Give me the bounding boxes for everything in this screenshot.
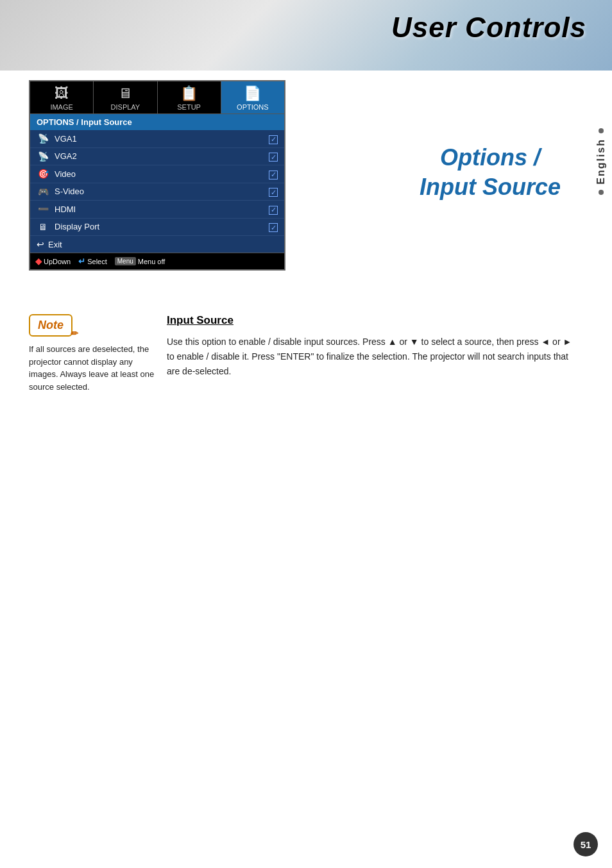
options-tab-icon: 📄 — [244, 85, 261, 102]
svideo-icon: 🎮 — [37, 187, 49, 197]
menu-row-video[interactable]: 🎯 Video ✓ — [30, 165, 284, 183]
input-source-desc: Input Source Use this option to enable /… — [167, 314, 577, 379]
tab-image[interactable]: 🖼 IMAGE — [30, 81, 94, 113]
sidebar-dot-1 — [599, 128, 604, 133]
menu-row-svideo[interactable]: 🎮 S-Video ✓ — [30, 183, 284, 201]
input-source-body: Use this option to enable / disable inpu… — [167, 335, 577, 379]
page-number: 51 — [574, 832, 598, 856]
options-heading: Options / Input Source — [420, 144, 561, 201]
svideo-label: S-Video — [55, 187, 269, 196]
note-section: Note If all sources are deselected, the … — [29, 314, 157, 393]
note-text: If all sources are deselected, the proje… — [29, 343, 157, 393]
menu-row-hdmi[interactable]: ➖ HDMI ✓ — [30, 201, 284, 219]
vga1-check: ✓ — [269, 133, 278, 144]
section-header: OPTIONS / Input Source — [30, 114, 284, 130]
page-title: User Controls — [391, 12, 586, 44]
sidebar-label: English — [595, 138, 607, 185]
menu-row-vga2[interactable]: 📡 VGA2 ✓ — [30, 148, 284, 166]
updown-label: UpDown — [44, 258, 71, 265]
displayport-icon: 🖥 — [37, 222, 49, 232]
tab-setup-label: SETUP — [177, 103, 201, 111]
menu-off-label: Menu off — [138, 258, 166, 265]
hdmi-label: HDMI — [55, 204, 269, 214]
tab-options[interactable]: 📄 OPTIONS — [221, 81, 284, 113]
tab-image-label: IMAGE — [50, 103, 72, 111]
options-heading-line2: Input Source — [420, 174, 561, 201]
image-tab-icon: 🖼 — [55, 85, 69, 102]
sidebar-english: English — [595, 128, 607, 195]
vga1-label: VGA1 — [55, 134, 269, 144]
video-label: Video — [55, 169, 269, 179]
video-check: ✓ — [269, 169, 278, 179]
displayport-check: ✓ — [269, 222, 278, 233]
setup-tab-icon: 📋 — [180, 85, 198, 102]
input-source-title: Input Source — [167, 314, 577, 327]
tab-setup[interactable]: 📋 SETUP — [158, 81, 221, 113]
exit-icon: ↩ — [37, 239, 44, 249]
video-icon: 🎯 — [37, 169, 49, 179]
exit-label: Exit — [48, 240, 62, 249]
vga1-icon: 📡 — [37, 133, 49, 144]
bottom-menu: Menu Menu off — [115, 257, 166, 265]
select-icon: ↵ — [78, 256, 85, 266]
vga2-label: VGA2 — [55, 151, 269, 161]
menu-row-displayport[interactable]: 🖥 Display Port ✓ — [30, 219, 284, 237]
sidebar-dot-2 — [599, 190, 604, 195]
bottom-bar: ◆ UpDown ↵ Select Menu Menu off — [30, 253, 284, 269]
tab-options-label: OPTIONS — [237, 103, 269, 111]
tab-display[interactable]: 🖥 DISPLAY — [94, 81, 157, 113]
exit-row[interactable]: ↩ Exit — [30, 236, 284, 253]
bottom-updown: ◆ UpDown — [35, 256, 71, 266]
options-heading-line1: Options / — [420, 144, 561, 171]
menu-row-vga1[interactable]: 📡 VGA1 ✓ — [30, 130, 284, 148]
displayport-label: Display Port — [55, 222, 269, 231]
updown-icon: ◆ — [35, 256, 42, 266]
hdmi-check: ✓ — [269, 204, 278, 215]
svideo-check: ✓ — [269, 187, 278, 197]
menu-icon-box: Menu — [115, 257, 136, 265]
select-label: Select — [87, 258, 107, 265]
vga2-check: ✓ — [269, 151, 278, 162]
hdmi-icon: ➖ — [37, 204, 49, 214]
display-tab-icon: 🖥 — [118, 85, 132, 102]
tab-display-label: DISPLAY — [111, 103, 140, 111]
note-badge: Note — [29, 314, 72, 337]
tab-bar: 🖼 IMAGE 🖥 DISPLAY 📋 SETUP 📄 OPTIONS — [30, 81, 284, 114]
vga2-icon: 📡 — [37, 151, 49, 162]
menu-box: 🖼 IMAGE 🖥 DISPLAY 📋 SETUP 📄 OPTIONS OPTI… — [29, 80, 285, 271]
bottom-select: ↵ Select — [78, 256, 107, 266]
